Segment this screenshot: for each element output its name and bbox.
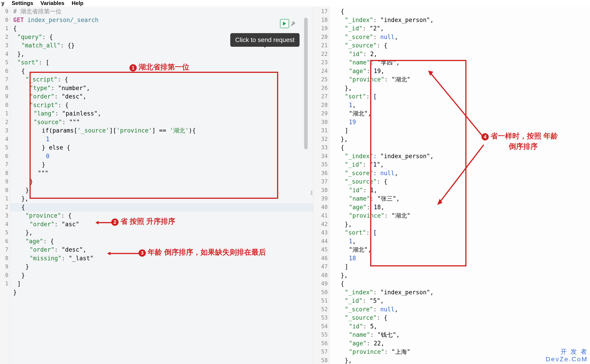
code-line[interactable]: "_id": "2",: [329, 24, 590, 33]
code-line[interactable]: 19: [329, 118, 590, 127]
code-line[interactable]: }: [10, 288, 313, 297]
code-line[interactable]: "_index": "index_person",: [329, 152, 590, 161]
code-line[interactable]: },: [329, 220, 590, 229]
code-line[interactable]: 1,: [329, 101, 590, 110]
code-line[interactable]: }: [10, 177, 313, 186]
code-line[interactable]: "_score": null,: [329, 305, 590, 314]
code-line[interactable]: "age": 22,: [329, 339, 590, 348]
code-line[interactable]: "name": "李四",: [329, 58, 590, 67]
code-line[interactable]: "_source": {: [329, 314, 590, 322]
code-line[interactable]: "order": "desc",: [10, 246, 313, 254]
code-line[interactable]: "sort": [: [10, 58, 313, 67]
code-line[interactable]: "type": "number",: [10, 84, 313, 93]
code-line[interactable]: ]: [329, 263, 590, 271]
code-line[interactable]: "id": 1,: [329, 186, 590, 195]
code-line[interactable]: },: [329, 135, 590, 144]
code-line[interactable]: GET index_person/_search: [10, 16, 313, 25]
code-line[interactable]: "sort": [: [329, 228, 590, 237]
menu-item[interactable]: y: [1, 0, 4, 6]
code-line[interactable]: "_index": "index_person",: [329, 16, 590, 25]
code-line[interactable]: 0: [10, 152, 313, 161]
menu-item-help[interactable]: Help: [72, 0, 83, 6]
code-line[interactable]: """: [10, 169, 313, 178]
code-line[interactable]: }: [10, 263, 313, 271]
code-line[interactable]: },: [329, 356, 590, 364]
code-line[interactable]: {: [329, 143, 590, 152]
code-line[interactable]: "湖北",: [329, 109, 590, 118]
scrollbar-thumb[interactable]: [304, 18, 308, 149]
request-editor[interactable]: # 湖北省排第一位GET index_person/_search{"query…: [10, 6, 313, 364]
code-line[interactable]: {: [10, 203, 313, 212]
code-line[interactable]: ]: [10, 280, 313, 288]
code-line[interactable]: "province": "湖北": [329, 75, 590, 84]
code-line[interactable]: "id": 2,: [329, 50, 590, 58]
code-line[interactable]: "source": """: [10, 118, 313, 127]
code-line[interactable]: },: [10, 228, 313, 237]
response-viewer[interactable]: {"_index": "index_person","_id": "2","_s…: [329, 6, 590, 364]
pane-resize-handle[interactable]: ‖: [310, 188, 313, 197]
code-line[interactable]: "age": 18,: [329, 203, 590, 212]
code-line[interactable]: if(params['_source']['province'] == '湖北'…: [10, 126, 313, 135]
code-line[interactable]: "age": 19,: [329, 67, 590, 76]
response-pane: 1718192021222324252627282930313233343536…: [313, 6, 590, 364]
code-line[interactable]: "name": "张三",: [329, 195, 590, 203]
code-line[interactable]: "province": "湖北": [329, 212, 590, 220]
code-line[interactable]: 18: [329, 254, 590, 263]
run-actions: [280, 19, 297, 28]
code-line[interactable]: "order": "asc": [10, 220, 313, 229]
code-line[interactable]: ]: [329, 126, 590, 135]
code-line[interactable]: "_source": {: [329, 177, 590, 186]
code-line[interactable]: "lang": "painless",: [10, 109, 313, 118]
left-gutter: 901234567890123456789012345678901: [0, 6, 10, 364]
code-line[interactable]: "id": 5,: [329, 322, 590, 331]
menu-item-variables[interactable]: Variables: [40, 0, 64, 6]
code-line[interactable]: "order": "desc",: [10, 92, 313, 101]
code-line[interactable]: },: [329, 271, 590, 280]
code-line[interactable]: }: [10, 186, 313, 195]
code-line[interactable]: },: [10, 50, 313, 58]
workspace: 901234567890123456789012345678901 # 湖北省排…: [0, 6, 590, 364]
code-line[interactable]: "missing": "_last": [10, 254, 313, 263]
code-line[interactable]: "_index": "index_person",: [329, 288, 590, 297]
code-line[interactable]: "_source": {: [329, 41, 590, 50]
play-icon: [283, 22, 287, 26]
code-line[interactable]: "age": {: [10, 237, 313, 246]
code-line[interactable]: "sort": [: [329, 92, 590, 101]
menu-bar: y Settings Variables Help: [0, 0, 590, 6]
code-line[interactable]: "province": {: [10, 212, 313, 220]
code-line[interactable]: "_score": null,: [329, 33, 590, 42]
code-line[interactable]: },: [329, 84, 590, 93]
menu-item-settings[interactable]: Settings: [12, 0, 33, 6]
code-line[interactable]: "_id": "5",: [329, 297, 590, 305]
code-line[interactable]: 1: [10, 135, 313, 144]
send-request-button[interactable]: [280, 19, 289, 28]
code-line[interactable]: },: [10, 195, 313, 203]
code-line[interactable]: {: [10, 24, 313, 33]
code-line[interactable]: {: [10, 67, 313, 76]
request-editor-pane: 901234567890123456789012345678901 # 湖北省排…: [0, 6, 313, 364]
code-line[interactable]: 1,: [329, 237, 590, 246]
code-line[interactable]: "湖北",: [329, 246, 590, 254]
code-line[interactable]: "script": {: [10, 101, 313, 110]
code-line[interactable]: "name": "钱七",: [329, 331, 590, 339]
code-line[interactable]: }: [10, 271, 313, 280]
code-line[interactable]: } else {: [10, 143, 313, 152]
wrench-icon[interactable]: [290, 19, 297, 28]
send-request-tooltip: Click to send request: [230, 33, 299, 47]
code-line[interactable]: "_script": {: [10, 75, 313, 84]
code-line[interactable]: {: [329, 7, 590, 16]
code-line[interactable]: "_id": "1",: [329, 160, 590, 169]
code-line[interactable]: "province": "上海": [329, 348, 590, 356]
code-line[interactable]: "_score": null,: [329, 169, 590, 178]
code-line[interactable]: # 湖北省排第一位: [10, 7, 313, 16]
code-line[interactable]: }: [10, 160, 313, 169]
right-gutter: 1718192021222324252627282930313233343536…: [313, 6, 329, 364]
code-line[interactable]: {: [329, 280, 590, 288]
